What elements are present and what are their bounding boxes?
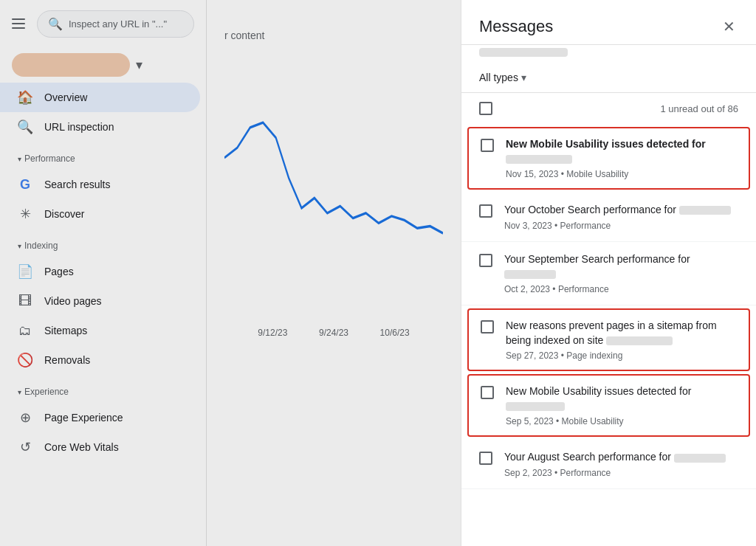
- video-pages-icon: 🎞: [18, 294, 32, 308]
- pages-icon: 📄: [18, 264, 32, 279]
- filter-label: All types: [479, 72, 518, 83]
- sidebar-item-search-results[interactable]: G Search results: [0, 170, 200, 199]
- message-list: New Mobile Usability issues detected for…: [461, 124, 756, 546]
- experience-section-header[interactable]: ▾ Experience: [0, 378, 206, 400]
- sidebar-item-url-inspection[interactable]: 🔍 URL inspection: [0, 112, 200, 142]
- x-label-2: 9/24/23: [319, 328, 348, 338]
- message-body: Your September Search performance for Oc…: [504, 252, 738, 294]
- message-title: New Mobile Usability issues detected for: [506, 137, 737, 166]
- redacted-domain: [506, 155, 572, 164]
- message-title: Your October Search performance for: [504, 203, 738, 218]
- message-checkbox[interactable]: [481, 139, 494, 152]
- discover-icon: ✳: [18, 207, 32, 221]
- sidebar-item-removals[interactable]: 🚫 Removals: [0, 345, 200, 375]
- performance-section-header[interactable]: ▾ Performance: [0, 145, 206, 167]
- messages-title: Messages: [479, 17, 553, 36]
- message-meta: Sep 2, 2023 • Performance: [504, 468, 738, 478]
- google-icon: G: [18, 177, 32, 192]
- redacted-domain: [674, 454, 726, 463]
- unread-text: 1 unread out of 86: [660, 103, 738, 114]
- home-icon: 🏠: [18, 90, 32, 105]
- message-title: New reasons prevent pages in a sitemap f…: [506, 319, 737, 348]
- message-meta: Nov 15, 2023 • Mobile Usability: [506, 169, 737, 179]
- indexing-label: Indexing: [24, 241, 58, 251]
- message-checkbox[interactable]: [479, 254, 492, 267]
- message-item[interactable]: New reasons prevent pages in a sitemap f…: [467, 308, 750, 371]
- close-button[interactable]: ✕: [720, 15, 738, 38]
- unread-bar: 1 unread out of 86: [461, 93, 756, 124]
- subtitle-placeholder: [479, 48, 568, 57]
- nav-overview-section: 🏠 Overview 🔍 URL inspection: [0, 80, 206, 145]
- search-icon: 🔍: [18, 120, 32, 134]
- sidebar-item-search-results-label: Search results: [44, 179, 110, 190]
- property-pill: [12, 53, 130, 77]
- redacted-domain: [606, 336, 673, 345]
- message-checkbox[interactable]: [481, 320, 494, 334]
- message-meta: Sep 5, 2023 • Mobile Usability: [506, 416, 737, 426]
- core-web-vitals-icon: ↺: [18, 440, 32, 455]
- sidebar-header: 🔍 Inspect any URL in "...": [0, 0, 206, 47]
- sidebar-item-page-experience-label: Page Experience: [44, 412, 123, 424]
- search-bar[interactable]: 🔍 Inspect any URL in "...": [37, 10, 194, 38]
- message-body: New Mobile Usability issues detected for…: [506, 137, 737, 179]
- sidebar-item-removals-label: Removals: [44, 354, 90, 366]
- redacted-domain: [506, 402, 565, 411]
- sidebar-item-discover[interactable]: ✳ Discover: [0, 199, 200, 229]
- sidebar-item-video-pages[interactable]: 🎞 Video pages: [0, 286, 200, 316]
- messages-panel: Messages ✕ All types ▾ 1 unread out of 8…: [461, 0, 756, 546]
- experience-nav-section: ⊕ Page Experience ↺ Core Web Vitals: [0, 400, 206, 465]
- message-item[interactable]: Your October Search performance for Nov …: [461, 193, 756, 242]
- sidebar-item-page-experience[interactable]: ⊕ Page Experience: [0, 403, 200, 432]
- message-body: New Mobile Usability issues detected for…: [506, 384, 737, 426]
- performance-label: Performance: [24, 153, 75, 164]
- redacted-domain: [504, 270, 556, 279]
- sidebar-item-overview[interactable]: 🏠 Overview: [0, 83, 200, 112]
- sidebar-item-sitemaps-label: Sitemaps: [44, 325, 87, 336]
- performance-arrow-icon: ▾: [18, 155, 21, 163]
- sidebar-item-video-pages-label: Video pages: [44, 295, 102, 307]
- indexing-section-header[interactable]: ▾ Indexing: [0, 232, 206, 254]
- main-content: r content 9/12/23 9/24/23 10/6/23: [207, 0, 461, 546]
- hamburger-icon[interactable]: [12, 18, 25, 29]
- sidebar-item-core-web-vitals[interactable]: ↺ Core Web Vitals: [0, 432, 200, 462]
- filter-bar[interactable]: All types ▾: [461, 66, 756, 93]
- x-label-3: 10/6/23: [380, 328, 410, 338]
- sidebar-item-url-inspection-label: URL inspection: [44, 121, 114, 133]
- page-experience-icon: ⊕: [18, 410, 32, 425]
- property-selector[interactable]: ▾: [0, 47, 206, 80]
- select-all-checkbox[interactable]: [479, 102, 492, 115]
- performance-chart: [224, 97, 443, 319]
- message-item[interactable]: Your August Search performance for Sep 2…: [461, 440, 756, 489]
- content-placeholder: r content: [224, 18, 443, 53]
- message-item[interactable]: Your September Search performance for Oc…: [461, 242, 756, 305]
- filter-dropdown-icon[interactable]: ▾: [521, 72, 526, 83]
- message-meta: Sep 27, 2023 • Page indexing: [506, 350, 737, 361]
- search-icon: 🔍: [48, 17, 63, 31]
- message-item[interactable]: New Mobile Usability issues detected for…: [467, 374, 750, 437]
- chart-area: r content 9/12/23 9/24/23 10/6/23: [207, 0, 461, 546]
- message-checkbox[interactable]: [479, 452, 492, 465]
- message-checkbox[interactable]: [481, 386, 494, 399]
- message-item[interactable]: New Mobile Usability issues detected for…: [467, 127, 750, 190]
- sidebar-item-discover-label: Discover: [44, 208, 84, 220]
- sidebar: 🔍 Inspect any URL in "..." ▾ 🏠 Overview …: [0, 0, 207, 546]
- performance-nav-section: G Search results ✳ Discover: [0, 167, 206, 232]
- sidebar-item-pages-label: Pages: [44, 266, 74, 277]
- messages-subtitle-bar: [461, 45, 756, 66]
- message-meta: Oct 2, 2023 • Performance: [504, 284, 738, 294]
- message-checkbox[interactable]: [479, 204, 492, 218]
- sidebar-item-sitemaps[interactable]: 🗂 Sitemaps: [0, 316, 200, 345]
- search-bar-text: Inspect any URL in "...": [69, 18, 167, 30]
- message-title: Your September Search performance for: [504, 252, 738, 281]
- x-axis-labels: 9/12/23 9/24/23 10/6/23: [224, 322, 443, 344]
- x-label-1: 9/12/23: [258, 328, 287, 338]
- indexing-arrow-icon: ▾: [18, 242, 21, 250]
- message-body: Your October Search performance for Nov …: [504, 203, 738, 231]
- indexing-nav-section: 📄 Pages 🎞 Video pages 🗂 Sitemaps 🚫 Remov…: [0, 254, 206, 378]
- messages-header: Messages ✕: [461, 0, 756, 45]
- sidebar-item-pages[interactable]: 📄 Pages: [0, 257, 200, 286]
- message-meta: Nov 3, 2023 • Performance: [504, 221, 738, 231]
- property-dropdown-arrow[interactable]: ▾: [136, 57, 142, 73]
- message-body: Your August Search performance for Sep 2…: [504, 450, 738, 478]
- sidebar-item-core-web-vitals-label: Core Web Vitals: [44, 441, 119, 453]
